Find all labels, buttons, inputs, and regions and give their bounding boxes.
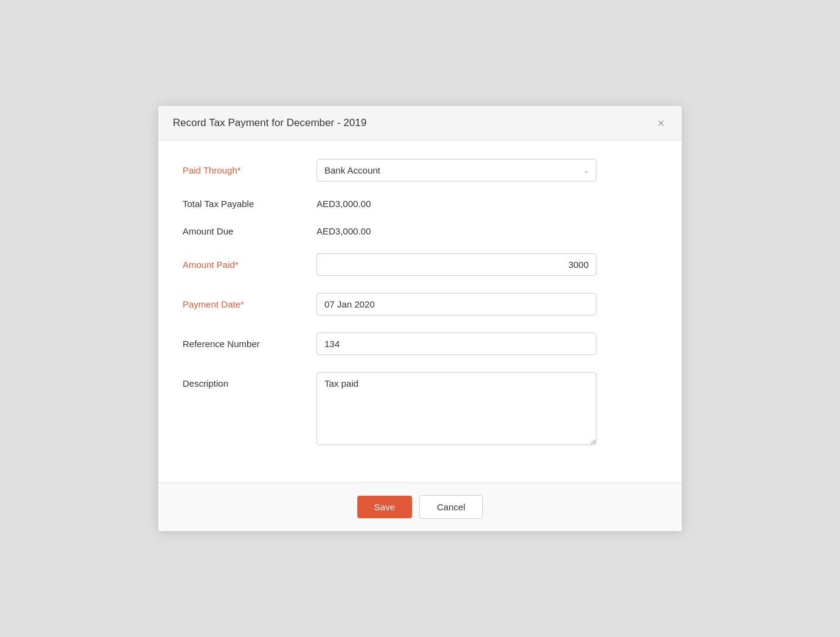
reference-number-row: Reference Number	[183, 333, 657, 355]
modal-dialog: Record Tax Payment for December - 2019 ×…	[158, 106, 682, 531]
amount-due-row: Amount Due AED3,000.00	[183, 226, 657, 236]
paid-through-select-wrapper: Bank Account Cash Other ⌄	[317, 159, 597, 181]
modal-title: Record Tax Payment for December - 2019	[173, 117, 366, 129]
save-button[interactable]: Save	[357, 496, 412, 518]
amount-due-label: Amount Due	[183, 226, 317, 236]
description-row: Description	[183, 372, 657, 447]
payment-date-input[interactable]	[317, 293, 597, 315]
amount-paid-input[interactable]	[317, 253, 597, 276]
payment-date-label: Payment Date*	[183, 299, 317, 309]
total-tax-payable-label: Total Tax Payable	[183, 199, 317, 209]
description-label: Description	[183, 372, 317, 389]
amount-due-value: AED3,000.00	[317, 226, 371, 236]
amount-paid-control	[317, 253, 597, 276]
reference-number-control	[317, 333, 597, 355]
amount-paid-label: Amount Paid*	[183, 259, 317, 270]
payment-date-row: Payment Date*	[183, 293, 657, 315]
reference-number-input[interactable]	[317, 333, 597, 355]
total-tax-payable-value: AED3,000.00	[317, 199, 371, 209]
paid-through-row: Paid Through* Bank Account Cash Other ⌄	[183, 159, 657, 181]
total-tax-payable-row: Total Tax Payable AED3,000.00	[183, 199, 657, 209]
amount-due-control: AED3,000.00	[317, 226, 597, 236]
amount-paid-row: Amount Paid*	[183, 253, 657, 276]
description-control	[317, 372, 597, 447]
modal-close-button[interactable]: ×	[655, 117, 667, 129]
payment-date-control	[317, 293, 597, 315]
modal-overlay: Record Tax Payment for December - 2019 ×…	[0, 0, 840, 637]
total-tax-payable-control: AED3,000.00	[317, 199, 597, 209]
reference-number-label: Reference Number	[183, 339, 317, 349]
paid-through-control: Bank Account Cash Other ⌄	[317, 159, 597, 181]
modal-footer: Save Cancel	[158, 482, 682, 531]
description-textarea[interactable]	[317, 372, 597, 445]
paid-through-select[interactable]: Bank Account Cash Other	[317, 159, 597, 181]
modal-body: Paid Through* Bank Account Cash Other ⌄ …	[158, 141, 682, 482]
modal-header: Record Tax Payment for December - 2019 ×	[158, 106, 682, 141]
cancel-button[interactable]: Cancel	[419, 495, 483, 519]
paid-through-label: Paid Through*	[183, 165, 317, 175]
